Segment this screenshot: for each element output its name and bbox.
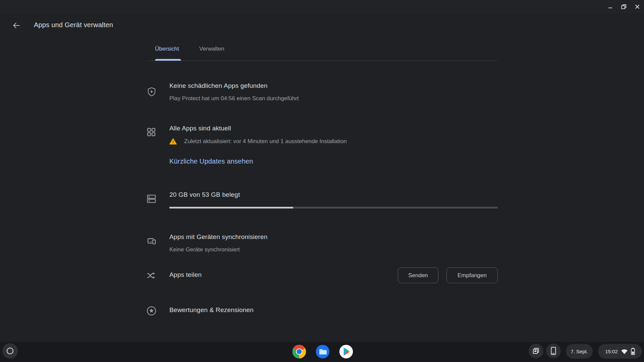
- holding-space-icon: [532, 347, 540, 355]
- see-recent-updates-link[interactable]: Kürzliche Updates ansehen: [169, 158, 253, 165]
- chrome-app-icon[interactable]: [292, 344, 307, 359]
- storage-progress-fill: [169, 207, 293, 208]
- screen: Apps und Gerät verwalten Übersicht Verwa…: [0, 0, 644, 362]
- launcher-button[interactable]: [2, 343, 18, 359]
- play-protect-icon: [147, 87, 157, 97]
- window-controls: [604, 0, 644, 13]
- tab-overview[interactable]: Übersicht: [155, 46, 179, 52]
- sync-subtitle: Keine Geräte synchronisiert: [169, 246, 240, 253]
- ratings-title: Bewertungen & Rezensionen: [169, 306, 254, 314]
- tab-bar: Übersicht Verwalten: [146, 42, 498, 61]
- window-titlebar: [0, 0, 644, 13]
- restore-button[interactable]: [617, 0, 631, 13]
- files-app-icon[interactable]: [315, 344, 330, 359]
- storage-icon: [147, 194, 157, 204]
- send-button[interactable]: Senden: [398, 267, 438, 283]
- restore-icon: [621, 4, 627, 9]
- updates-warning-line: Zuletzt aktualisiert: vor 4 Minuten und …: [169, 138, 347, 145]
- apps-grid-icon: [147, 127, 157, 137]
- tab-manage[interactable]: Verwalten: [199, 46, 224, 52]
- launcher-icon: [7, 348, 13, 354]
- play-protect-subtitle: Play Protect hat um 04:56 einen Scan dur…: [169, 95, 299, 102]
- share-title: Apps teilen: [169, 271, 202, 279]
- close-button[interactable]: [631, 0, 644, 13]
- storage-title: 20 GB von 53 GB belegt: [169, 191, 240, 198]
- updates-title: Alle Apps sind aktuell: [169, 125, 231, 132]
- receive-button[interactable]: Empfangen: [446, 267, 498, 283]
- close-icon: [635, 4, 640, 9]
- share-apps-icon: [147, 271, 157, 281]
- storage-progress-bar: [169, 207, 498, 208]
- phone-hub-icon: [550, 347, 557, 355]
- shelf-date: 7. Sept.: [571, 349, 588, 354]
- phone-hub-button[interactable]: [546, 344, 561, 358]
- play-protect-title: Keine schädlichen Apps gefunden: [169, 82, 267, 89]
- play-store-app-icon[interactable]: [339, 344, 354, 359]
- warning-icon: [169, 138, 177, 145]
- minimize-button[interactable]: [604, 0, 617, 13]
- back-button[interactable]: [10, 19, 22, 32]
- status-tray-button[interactable]: 15:02: [598, 344, 642, 359]
- minimize-icon: [608, 4, 613, 9]
- updates-warning-text: Zuletzt aktualisiert: vor 4 Minuten und …: [184, 138, 347, 145]
- back-arrow-icon: [12, 21, 20, 30]
- devices-sync-icon: [147, 236, 157, 246]
- active-tab-indicator: [155, 59, 181, 61]
- holding-space-button[interactable]: [529, 344, 543, 358]
- sync-title: Apps mit Geräten synchronisieren: [169, 233, 268, 241]
- battery-icon: [631, 348, 635, 355]
- wifi-icon: [621, 349, 628, 354]
- page-header: Apps und Gerät verwalten: [0, 19, 644, 36]
- ratings-star-icon: [147, 306, 157, 316]
- shelf-time: 15:02: [605, 349, 618, 354]
- shelf: 7. Sept. 15:02: [0, 342, 644, 362]
- play-store-window: Apps und Gerät verwalten Übersicht Verwa…: [0, 0, 644, 342]
- page-title: Apps und Gerät verwalten: [34, 21, 113, 29]
- date-button[interactable]: 7. Sept.: [566, 344, 593, 359]
